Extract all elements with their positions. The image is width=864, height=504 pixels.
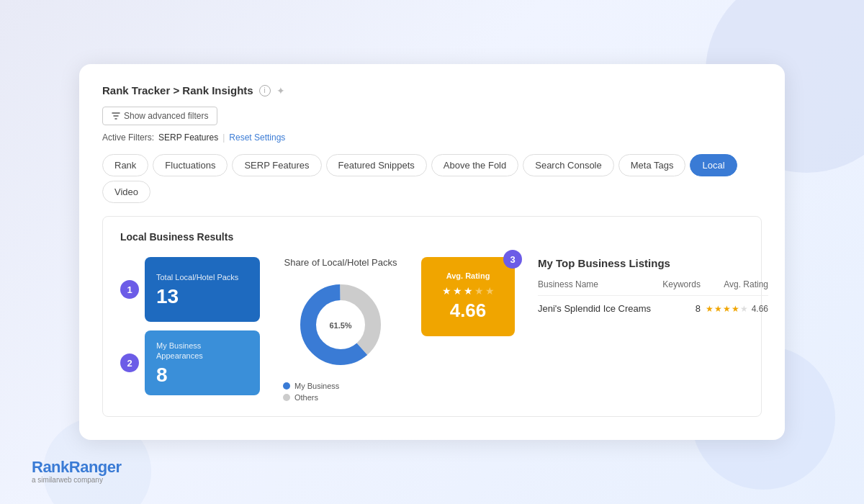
active-filters-row: Active Filters: SERP Features | Reset Se… <box>102 132 762 143</box>
rating-label: Avg. Rating <box>446 271 490 281</box>
star-4: ★ <box>474 285 484 297</box>
main-card: Rank Tracker > Rank Insights i ✦ Show ad… <box>79 64 785 440</box>
tab-video[interactable]: Video <box>102 181 150 203</box>
tab-serp-features[interactable]: SERP Features <box>232 154 321 176</box>
rating-box: Avg. Rating ★ ★ ★ ★ ★ 4.66 <box>421 257 515 336</box>
listing-keywords: 8 <box>660 296 701 322</box>
legend-label: Others <box>294 393 318 402</box>
donut-title: Share of Local/Hotel Packs <box>284 257 397 268</box>
rating-badge-container: Avg. Rating ★ ★ ★ ★ ★ 4.66 3 <box>421 257 515 336</box>
legend-dot <box>283 394 290 401</box>
listing-stars: ★★★★★ <box>706 304 748 314</box>
logo-text: RankRanger <box>32 459 122 475</box>
avg-rating-stars: ★ ★ ★ ★ ★ <box>442 285 495 297</box>
logo-area: RankRanger a similarweb company <box>32 459 122 484</box>
filter-icon <box>112 112 120 120</box>
svg-text:61.5%: 61.5% <box>329 321 351 330</box>
col-business-name: Business Name <box>538 279 660 296</box>
badge-3: 3 <box>503 250 522 269</box>
stat-box-1-value: 13 <box>156 287 248 307</box>
logo-rank: Rank <box>32 458 69 476</box>
badge-2: 2 <box>120 354 139 372</box>
tab-search-console[interactable]: Search Console <box>523 154 614 176</box>
star-filled: ★ <box>714 304 722 314</box>
section-title: Local Business Results <box>120 231 744 243</box>
star-5: ★ <box>485 285 495 297</box>
stat-box-2-value: 8 <box>156 365 248 385</box>
star-filled: ★ <box>723 304 731 314</box>
section-card: Local Business Results 1 Total Local/Hot… <box>102 216 762 417</box>
star-1: ★ <box>442 285 451 297</box>
tab-featured-snippets[interactable]: Featured Snippets <box>326 154 427 176</box>
stat-box-appearances: My Business Appearances 8 <box>145 330 260 395</box>
stat-items: 1 Total Local/Hotel Packs 13 2 My Busine… <box>120 257 260 395</box>
logo-sub: a similarweb company <box>32 476 122 484</box>
stat-box-1-label: Total Local/Hotel Packs <box>156 272 248 282</box>
donut-legend: My BusinessOthers <box>283 382 339 402</box>
divider: | <box>222 132 225 143</box>
active-filters-label: Active Filters: <box>102 132 154 143</box>
listing-rating-cell: ★★★★★ 4.66 <box>701 296 768 322</box>
listing-rating-value: 4.66 <box>752 304 768 314</box>
legend-dot <box>283 382 290 390</box>
star-half: ★ <box>732 304 739 314</box>
advanced-filters-button[interactable]: Show advanced filters <box>102 107 217 125</box>
star-filled: ★ <box>706 304 714 314</box>
col-avg-rating: Avg. Rating <box>701 279 768 296</box>
star-3: ★ <box>464 285 473 297</box>
legend-item: Others <box>283 393 339 402</box>
stat-box-total: Total Local/Hotel Packs 13 <box>145 257 260 322</box>
stat-item-1: 1 Total Local/Hotel Packs 13 <box>120 257 260 322</box>
rating-value: 4.66 <box>450 300 487 322</box>
avg-rating-area: Avg. Rating ★ ★ ★ ★ ★ 4.66 3 <box>421 257 515 336</box>
legend-item: My Business <box>283 382 339 390</box>
reset-settings-link[interactable]: Reset Settings <box>229 132 285 143</box>
star-2: ★ <box>453 285 462 297</box>
breadcrumb: Rank Tracker > Rank Insights <box>102 84 253 96</box>
donut-area: Share of Local/Hotel Packs 61.5% My Busi… <box>283 257 398 402</box>
listings-title: My Top Business Listings <box>538 257 768 269</box>
tab-meta-tags[interactable]: Meta Tags <box>618 154 686 176</box>
tab-local[interactable]: Local <box>690 154 737 176</box>
top-listings-panel: My Top Business Listings Business Name K… <box>538 257 768 321</box>
star-empty: ★ <box>740 304 748 314</box>
logo-ranger: Ranger <box>69 458 122 476</box>
listings-table: Business Name Keywords Avg. Rating Jeni'… <box>538 279 768 321</box>
table-row: Jeni's Splendid Ice Creams 8 ★★★★★ 4.66 <box>538 296 768 322</box>
tab-above-the-fold[interactable]: Above the Fold <box>431 154 518 176</box>
tab-rank[interactable]: Rank <box>102 154 148 176</box>
stat-box-2-label: My Business Appearances <box>156 341 248 361</box>
active-filter-tag: SERP Features <box>158 132 218 143</box>
stats-area: 1 Total Local/Hotel Packs 13 2 My Busine… <box>120 257 744 402</box>
tab-fluctuations[interactable]: Fluctuations <box>153 154 228 176</box>
tabs-row: RankFluctuationsSERP FeaturesFeatured Sn… <box>102 154 762 203</box>
legend-label: My Business <box>294 382 339 390</box>
listing-rating: ★★★★★ 4.66 <box>701 304 768 314</box>
badge-1: 1 <box>120 280 139 299</box>
donut-chart: 61.5% <box>294 278 387 372</box>
stat-item-2: 2 My Business Appearances 8 <box>120 330 260 395</box>
listing-name: Jeni's Splendid Ice Creams <box>538 296 660 322</box>
page-header: Rank Tracker > Rank Insights i ✦ <box>102 84 762 96</box>
col-keywords: Keywords <box>660 279 701 296</box>
info-icon[interactable]: i <box>259 85 271 96</box>
favorite-icon[interactable]: ✦ <box>276 85 285 96</box>
